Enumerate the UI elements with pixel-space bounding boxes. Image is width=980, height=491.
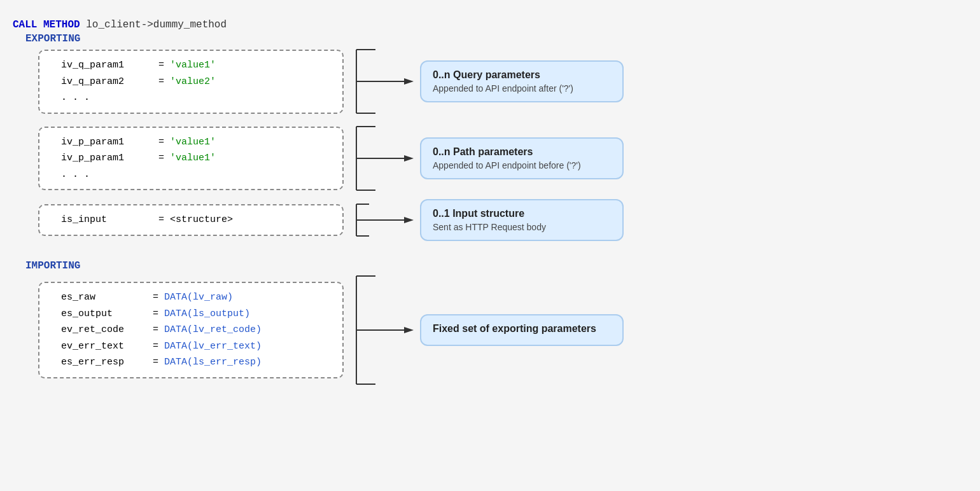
path-annotation-box: 0..n Path parameters Appended to API end…	[420, 137, 624, 179]
importing-section: IMPORTING es_raw = DATA(lv_raw) es_outpu…	[13, 258, 967, 392]
importing-annotation-box: Fixed set of exporting parameters	[420, 314, 624, 346]
query-bracket-connector	[344, 46, 420, 116]
import-row-1: es_raw = DATA(lv_raw)	[50, 289, 332, 306]
path-bracket-svg	[350, 123, 414, 193]
input-bracket-connector	[344, 201, 420, 239]
header-line: CALL METHOD lo_client->dummy_method	[13, 19, 967, 31]
query-params-box: iv_q_param1 = 'value1' iv_q_param2 = 'va…	[38, 50, 344, 114]
importing-box: es_raw = DATA(lv_raw) es_output = DATA(l…	[38, 282, 344, 378]
svg-marker-4	[404, 78, 414, 85]
import-row-4: ev_err_text = DATA(lv_err_text)	[50, 338, 332, 355]
import-row-3: ev_ret_code = DATA(lv_ret_code)	[50, 322, 332, 338]
path-params-left: iv_p_param1 = 'value1' iv_p_param1 = 'va…	[13, 123, 344, 195]
svg-marker-14	[404, 217, 414, 223]
path-params-group: iv_p_param1 = 'value1' iv_p_param1 = 'va…	[13, 123, 967, 195]
input-annotation-box: 0..1 Input structure Sent as HTTP Reques…	[420, 199, 624, 241]
exporting-label: EXPORTING	[25, 33, 967, 45]
input-ann-title: 0..1 Input structure	[433, 208, 611, 219]
input-struct-box: is_input = <structure>	[38, 204, 344, 236]
query-ann-title: 0..n Query parameters	[433, 69, 611, 81]
path-row-1: iv_p_param1 = 'value1'	[50, 134, 332, 151]
path-row-3: . . .	[50, 167, 332, 183]
query-params-annotation: 0..n Query parameters Appended to API en…	[420, 60, 967, 102]
query-row-3: . . .	[50, 90, 332, 106]
import-row-5: es_err_resp = DATA(ls_err_resp)	[50, 354, 332, 371]
input-ann-desc: Sent as HTTP Request body	[433, 222, 611, 232]
query-row-1: iv_q_param1 = 'value1'	[50, 57, 332, 74]
input-struct-group: is_input = <structure> 0..1 Input struct…	[13, 199, 967, 241]
importing-left: es_raw = DATA(lv_raw) es_output = DATA(l…	[13, 278, 344, 382]
path-ann-title: 0..n Path parameters	[433, 146, 611, 158]
importing-ann-title: Fixed set of exporting parameters	[433, 323, 611, 335]
query-bracket-svg	[350, 46, 414, 116]
query-params-group: iv_q_param1 = 'value1' iv_q_param2 = 'va…	[13, 46, 967, 118]
svg-marker-19	[404, 327, 414, 333]
svg-marker-9	[404, 155, 414, 162]
path-ann-desc: Appended to API endpoint before ('?')	[433, 160, 611, 170]
method-name: lo_client->dummy_method	[86, 19, 227, 31]
query-ann-desc: Appended to API endpoint after ('?')	[433, 83, 611, 93]
input-bracket-svg	[350, 201, 414, 239]
import-row-2: es_output = DATA(ls_output)	[50, 306, 332, 322]
path-params-annotation: 0..n Path parameters Appended to API end…	[420, 137, 967, 179]
input-struct-annotation: 0..1 Input structure Sent as HTTP Reques…	[420, 199, 967, 241]
path-row-2: iv_p_param1 = 'value1'	[50, 150, 332, 167]
importing-bracket-connector	[344, 273, 420, 387]
importing-label: IMPORTING	[25, 260, 967, 272]
importing-bracket-svg	[350, 273, 414, 387]
call-keyword: CALL METHOD	[13, 19, 80, 31]
input-struct-left: is_input = <structure>	[13, 200, 344, 240]
importing-annotation: Fixed set of exporting parameters	[420, 314, 967, 346]
query-annotation-box: 0..n Query parameters Appended to API en…	[420, 60, 624, 102]
path-params-box: iv_p_param1 = 'value1' iv_p_param1 = 'va…	[38, 127, 344, 191]
query-row-2: iv_q_param2 = 'value2'	[50, 74, 332, 90]
main-container: CALL METHOD lo_client->dummy_method EXPO…	[13, 19, 967, 392]
input-row-1: is_input = <structure>	[50, 212, 332, 228]
path-bracket-connector	[344, 123, 420, 193]
query-params-left: iv_q_param1 = 'value1' iv_q_param2 = 'va…	[13, 46, 344, 118]
importing-group: es_raw = DATA(lv_raw) es_output = DATA(l…	[13, 273, 967, 387]
